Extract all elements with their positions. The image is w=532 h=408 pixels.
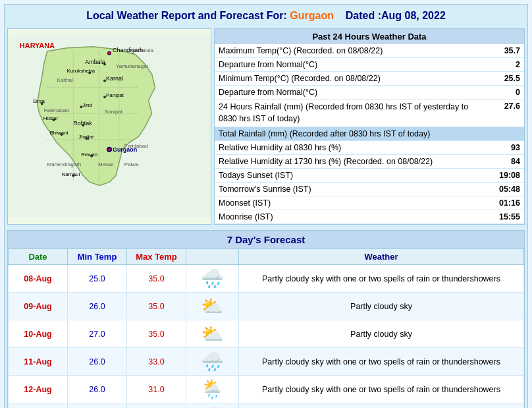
forecast-max: 31.0 [127, 376, 186, 403]
forecast-section: 7 Day's Forecast Date Min Temp Max Temp … [7, 230, 525, 408]
weather-label: Departure from Normal(°C) [215, 86, 491, 100]
forecast-weather-desc: Partly cloudy sky [239, 320, 524, 348]
forecast-row: 11-Aug26.033.0🌧️Partly cloudy sky with o… [9, 348, 524, 376]
haryana-map: HARYANA Chandigarh Pan [8, 29, 211, 224]
svg-text:Palwa: Palwa [124, 161, 139, 167]
svg-text:Narnaul: Narnaul [61, 171, 80, 177]
forecast-max: 35.0 [127, 293, 186, 320]
svg-text:Mewat: Mewat [98, 161, 114, 167]
weather-label: Departure from Normal(°C) [215, 58, 491, 72]
forecast-max: 33.0 [127, 348, 186, 376]
weather-value: 27.6 [491, 100, 524, 127]
weather-row: Relative Humidity at 0830 hrs (%)93 [215, 141, 524, 155]
weather-row: 24 Hours Rainfall (mm) (Recorded from 08… [215, 100, 524, 127]
weather-condition-icon: 🌧️ [192, 268, 233, 289]
col-min: Min Temp [68, 249, 127, 265]
forecast-table: Date Min Temp Max Temp Weather 08-Aug25.… [8, 248, 524, 408]
svg-point-10 [108, 52, 111, 55]
svg-text:Ambala: Ambala [85, 59, 105, 65]
forecast-icon: ⛅ [186, 320, 239, 348]
forecast-max: 35.0 [127, 320, 186, 348]
weather-value [491, 127, 524, 141]
weather-data-table: Maximum Temp(°C) (Recorded. on 08/08/22)… [215, 44, 524, 224]
forecast-weather-desc: Partly cloudy sky with one or two spells… [239, 265, 524, 293]
weather-condition-icon: ⛅ [192, 295, 233, 317]
forecast-row: 10-Aug27.035.0⛅Partly cloudy sky [9, 320, 524, 348]
forecast-header-row: Date Min Temp Max Temp Weather [9, 249, 524, 265]
main-container: Local Weather Report and Forecast For: G… [4, 4, 528, 408]
svg-text:Sonipat: Sonipat [105, 109, 123, 115]
weather-row: Todays Sunset (IST)19:08 [215, 169, 524, 183]
forecast-min: 26.0 [68, 376, 127, 403]
forecast-icon: 🌧️ [186, 265, 239, 293]
forecast-min: 25.0 [68, 265, 127, 293]
title-prefix: Local Weather Report and Forecast For: [86, 10, 287, 21]
forecast-date: 09-Aug [9, 293, 68, 320]
weather-row: Departure from Normal(°C)2 [215, 58, 524, 72]
top-section: HARYANA Chandigarh Pan [7, 28, 525, 225]
svg-text:Yamunanagar: Yamunanagar [116, 63, 149, 69]
forecast-date: 12-Aug [9, 376, 68, 403]
forecast-icon: ⛈️ [186, 403, 239, 409]
weather-value: 2 [491, 58, 524, 72]
forecast-weather-desc: Partly cloudy sky with one or two spells… [239, 348, 524, 376]
forecast-weather-desc: Partly cloudy sky with possibility of ra… [239, 403, 524, 409]
forecast-row: 09-Aug26.035.0⛅Partly cloudy sky [9, 293, 524, 320]
weather-label: 24 Hours Rainfall (mm) (Recorded from 08… [215, 100, 491, 127]
forecast-row: 08-Aug25.035.0🌧️Partly cloudy sky with o… [9, 265, 524, 293]
page-title: Local Weather Report and Forecast For: G… [7, 7, 525, 24]
svg-text:Rewari: Rewari [81, 152, 97, 158]
map-container: HARYANA Chandigarh Pan [7, 28, 211, 225]
forecast-icon: 🌧️ [186, 348, 239, 376]
col-weather: Weather [239, 249, 524, 265]
weather-label: Total Rainfall (mm) (Recorded after 0830… [215, 127, 491, 141]
forecast-date: 13-Aug [9, 403, 68, 409]
svg-text:Kurukshetra: Kurukshetra [66, 68, 95, 74]
past24-header: Past 24 Hours Weather Data [215, 29, 524, 44]
col-icon [186, 249, 239, 265]
forecast-min: 26.0 [68, 293, 127, 320]
forecast-row: 13-Aug27.034.0⛈️Partly cloudy sky with p… [9, 403, 524, 409]
svg-text:Mahendragarh: Mahendragarh [47, 161, 82, 167]
weather-label: Relative Humidity at 1730 hrs (%) (Recor… [215, 155, 491, 169]
svg-text:Bhiwani: Bhiwani [50, 130, 68, 136]
svg-text:Fatehabad: Fatehabad [44, 107, 69, 113]
svg-text:Karnal: Karnal [106, 75, 123, 82]
forecast-header: 7 Day's Forecast [8, 231, 524, 248]
weather-value: 19:08 [491, 169, 524, 183]
weather-value: 0 [491, 86, 524, 100]
forecast-max: 35.0 [127, 265, 186, 293]
weather-label: Moonset (IST) [215, 196, 491, 210]
forecast-row: 12-Aug26.031.0🌦️Partly cloudy sky with o… [9, 376, 524, 403]
weather-value: 84 [491, 155, 524, 169]
svg-text:HARYANA: HARYANA [20, 42, 55, 49]
date-label: Dated : [346, 10, 381, 21]
date-value: Aug 08, 2022 [381, 10, 446, 21]
weather-value: 15:55 [491, 210, 524, 224]
svg-text:Jhajjar: Jhajjar [78, 134, 94, 140]
forecast-date: 08-Aug [9, 265, 68, 293]
weather-row: Maximum Temp(°C) (Recorded. on 08/08/22)… [215, 44, 524, 58]
weather-row: Departure from Normal(°C)0 [215, 86, 524, 100]
weather-value: 35.7 [491, 44, 524, 58]
forecast-date: 10-Aug [9, 320, 68, 348]
forecast-weather-desc: Partly cloudy sky with one or two spells… [239, 376, 524, 403]
col-date: Date [9, 249, 68, 265]
col-max: Max Temp [127, 249, 186, 265]
weather-condition-icon: ⛅ [192, 323, 233, 345]
forecast-min: 27.0 [68, 320, 127, 348]
weather-data-panel: Past 24 Hours Weather Data Maximum Temp(… [214, 28, 525, 225]
weather-condition-icon: 🌧️ [192, 351, 233, 372]
weather-row: Tomorrow's Sunrise (IST)05:48 [215, 183, 524, 196]
forecast-weather-desc: Partly cloudy sky [239, 293, 524, 320]
svg-text:Rohtak: Rohtak [73, 120, 92, 127]
weather-label: Minimum Temp(°C) (Recorded. on 08/08/22) [215, 72, 491, 86]
forecast-max: 34.0 [127, 403, 186, 409]
weather-row: Total Rainfall (mm) (Recorded after 0830… [215, 127, 524, 141]
forecast-min: 26.0 [68, 348, 127, 376]
weather-row: Moonset (IST)01:16 [215, 196, 524, 210]
svg-text:Sirsa: Sirsa [33, 98, 45, 104]
weather-label: Maximum Temp(°C) (Recorded. on 08/08/22) [215, 44, 491, 58]
weather-row: Minimum Temp(°C) (Recorded. on 08/08/22)… [215, 72, 524, 86]
city-name: Gurgaon [290, 10, 334, 21]
